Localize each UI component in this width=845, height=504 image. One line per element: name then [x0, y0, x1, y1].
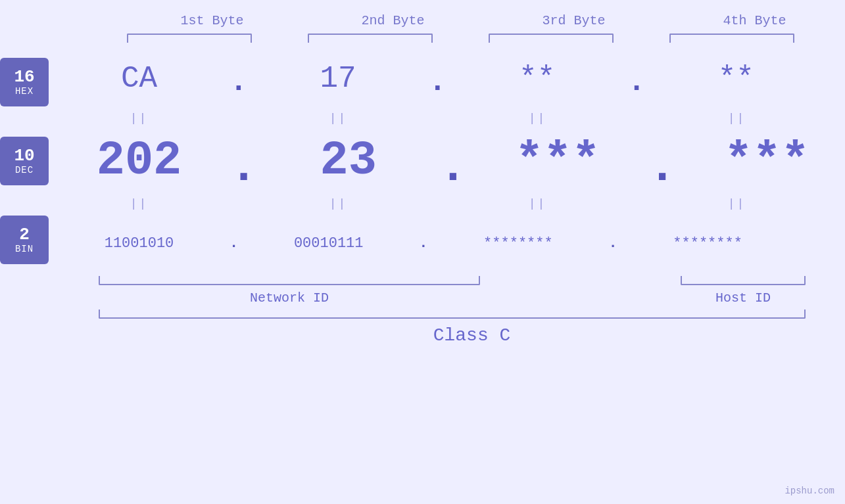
content-area: 16 HEX 10 DEC 2 BIN CA . 17: [0, 49, 845, 273]
byte4-header: 4th Byte: [664, 13, 845, 28]
hex-label: HEX: [15, 86, 34, 97]
top-bracket-4: [669, 34, 794, 43]
bin-val-4: ********: [673, 235, 742, 252]
sep-row-2: || || || ||: [49, 194, 845, 214]
byte1-header: 1st Byte: [122, 13, 302, 28]
bin-cell-2: 00010111: [238, 235, 419, 252]
labels-column: 16 HEX 10 DEC 2 BIN: [0, 49, 49, 273]
bin-val-3: ********: [483, 235, 553, 252]
dec-cell-1: 202: [49, 134, 229, 188]
sep-2-2: ||: [329, 197, 348, 210]
dec-cell-4: ***: [677, 134, 845, 188]
network-id-text: Network ID: [250, 290, 329, 306]
bin-dot-2: .: [419, 235, 427, 252]
sep-cell-2-3: ||: [447, 197, 628, 210]
hex-val-1: CA: [121, 62, 157, 96]
sep-cell-1-4: ||: [646, 112, 827, 125]
sep-row-1: || || || ||: [49, 108, 845, 128]
bracket-cell-4: [641, 34, 822, 43]
host-id-bracket: [681, 276, 806, 285]
bin-cell-4: ********: [617, 235, 798, 252]
sep-cell-2-2: ||: [248, 197, 429, 210]
bin-val-1: 11001010: [105, 235, 174, 252]
sep-cell-2-4: ||: [646, 197, 827, 210]
hex-cell-1: CA: [49, 62, 229, 96]
bin-cell-3: ********: [427, 235, 608, 252]
dec-number: 10: [14, 147, 34, 166]
hex-cell-4: **: [646, 62, 827, 96]
sep-1-4: ||: [728, 112, 746, 125]
dec-badge: 10 DEC: [0, 137, 49, 185]
data-rows: CA . 17 . ** . ** ||: [49, 49, 845, 273]
sep-2-4: ||: [728, 197, 746, 210]
sep-1-1: ||: [130, 112, 149, 125]
bin-label: BIN: [15, 244, 34, 254]
host-id-label: Host ID: [681, 290, 806, 306]
dec-val-1: 202: [97, 134, 182, 188]
dec-dot-3: .: [648, 141, 676, 195]
top-bracket-3: [489, 34, 614, 43]
hex-cell-2: 17: [248, 62, 429, 96]
sep-2-1: ||: [130, 197, 149, 210]
bottom-labels-row: Network ID Host ID: [99, 290, 845, 306]
hex-val-4: **: [718, 62, 754, 96]
hex-badge: 16 HEX: [0, 58, 49, 106]
full-bottom-bracket: [99, 309, 806, 319]
top-bracket-row: [0, 34, 845, 43]
hex-dot-2: .: [429, 65, 447, 99]
bin-dot-1: .: [229, 235, 238, 252]
top-bracket-2: [308, 34, 433, 43]
page-wrapper: 1st Byte 2nd Byte 3rd Byte 4th Byte 16 H…: [0, 0, 845, 504]
dec-dot-2: .: [439, 141, 467, 195]
bottom-spacer: [480, 290, 681, 306]
host-id-text: Host ID: [715, 290, 771, 306]
byte-headers: 1st Byte 2nd Byte 3rd Byte 4th Byte: [0, 13, 845, 28]
sep-2-3: ||: [529, 197, 547, 210]
dec-val-3: ***: [515, 134, 600, 188]
hex-val-3: **: [519, 62, 555, 96]
sep-cell-1-3: ||: [447, 112, 628, 125]
dec-row: 202 . 23 . *** . ***: [49, 128, 845, 194]
hex-number: 16: [14, 68, 34, 87]
bin-cell-1: 11001010: [49, 235, 229, 252]
dec-cell-3: ***: [467, 134, 648, 188]
dec-val-2: 23: [320, 134, 377, 188]
bin-dot-3: .: [608, 235, 617, 252]
bottom-section: Network ID Host ID Class C: [0, 276, 845, 346]
byte2-header: 2nd Byte: [302, 13, 483, 28]
bin-val-2: 00010111: [294, 235, 364, 252]
hex-dot-1: .: [229, 65, 248, 99]
bracket-cell-3: [460, 34, 641, 43]
dec-dot-1: .: [229, 141, 258, 195]
class-label-row: Class C: [99, 325, 845, 346]
bracket-cell-2: [279, 34, 460, 43]
bracket-cell-1: [99, 34, 279, 43]
bottom-bracket-row-1: [99, 276, 845, 285]
hex-cell-3: **: [447, 62, 627, 96]
sep-1-2: ||: [329, 112, 348, 125]
bin-badge: 2 BIN: [0, 216, 49, 264]
hex-dot-3: .: [627, 65, 646, 99]
dec-cell-2: 23: [258, 134, 439, 188]
dec-val-4: ***: [724, 134, 809, 188]
dec-label: DEC: [15, 165, 34, 175]
bin-number: 2: [19, 225, 30, 244]
hex-row: CA . 17 . ** . **: [49, 49, 845, 108]
sep-cell-2-1: ||: [49, 197, 229, 210]
byte3-header: 3rd Byte: [483, 13, 664, 28]
class-c-label: Class C: [118, 325, 825, 346]
network-id-bracket: [99, 276, 480, 285]
full-bracket-row: [99, 309, 845, 319]
sep-cell-1-2: ||: [248, 112, 429, 125]
watermark: ipshu.com: [785, 486, 834, 496]
bin-row: 11001010 . 00010111 . ******** . *******…: [49, 214, 845, 273]
network-id-label: Network ID: [99, 290, 480, 306]
sep-1-3: ||: [529, 112, 547, 125]
top-bracket-1: [127, 34, 252, 43]
sep-cell-1-1: ||: [49, 112, 229, 125]
hex-val-2: 17: [320, 62, 356, 96]
